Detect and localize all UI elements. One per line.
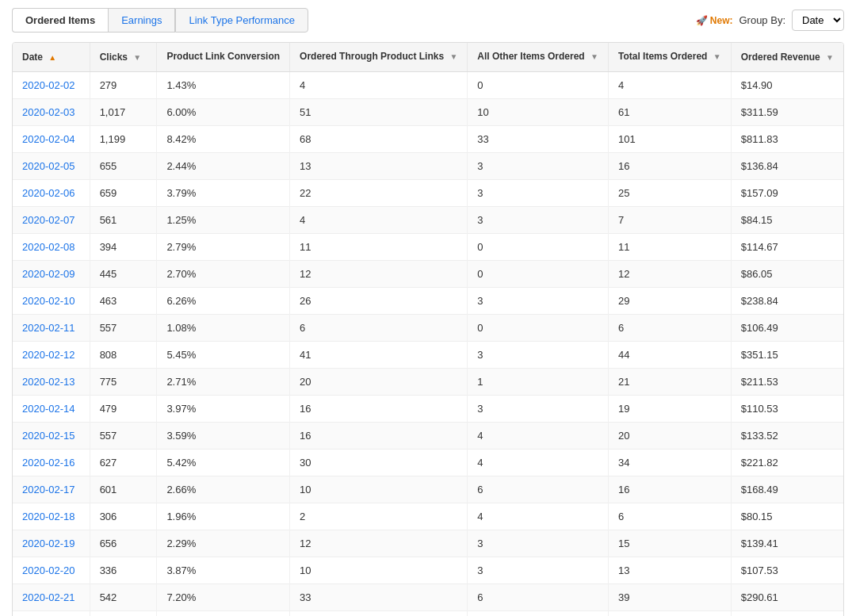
cell-conversion: 6.00% (157, 98, 290, 125)
col-header-ordered-through[interactable]: Ordered Through Product Links ▼ (290, 43, 468, 71)
cell-total: 16 (608, 476, 731, 503)
table-row: 2020-02-12 808 5.45% 41 3 44 $351.15 (13, 341, 843, 368)
date-link[interactable]: 2020-02-17 (22, 484, 75, 495)
date-link[interactable]: 2020-02-05 (22, 160, 75, 172)
cell-all-other: 5 (468, 610, 609, 616)
col-header-date[interactable]: Date ▲ (13, 43, 90, 71)
cell-conversion: 5.42% (157, 449, 290, 476)
date-link[interactable]: 2020-02-19 (22, 538, 75, 549)
cell-ordered-through: 30 (290, 610, 468, 616)
table-row: 2020-02-17 601 2.66% 10 6 16 $168.49 (13, 476, 843, 503)
cell-clicks: 557 (90, 314, 157, 341)
table-row: 2020-02-21 542 7.20% 33 6 39 $290.61 (13, 583, 843, 610)
col-header-revenue[interactable]: Ordered Revenue ▼ (731, 43, 843, 71)
table-row: 2020-02-08 394 2.79% 11 0 11 $114.67 (13, 233, 843, 260)
cell-conversion: 8.52% (157, 610, 290, 616)
cell-all-other: 3 (468, 395, 609, 422)
sort-icon-total: ▼ (713, 52, 721, 61)
col-header-all-other[interactable]: All Other Items Ordered ▼ (468, 43, 609, 71)
col-header-clicks[interactable]: Clicks ▼ (90, 43, 157, 71)
group-by-label: Group By: (739, 14, 785, 26)
cell-total: 61 (608, 98, 731, 125)
cell-ordered-through: 4 (290, 206, 468, 233)
date-link[interactable]: 2020-02-18 (22, 511, 75, 522)
cell-all-other: 10 (468, 98, 609, 125)
cell-clicks: 1,199 (90, 125, 157, 152)
cell-ordered-through: 10 (290, 557, 468, 583)
cell-revenue: $811.83 (731, 125, 843, 152)
cell-ordered-through: 13 (290, 152, 468, 179)
tabs-left: Ordered Items Earnings Link Type Perform… (12, 8, 308, 33)
table-row: 2020-02-16 627 5.42% 30 4 34 $221.82 (13, 449, 843, 476)
date-link[interactable]: 2020-02-11 (22, 322, 75, 334)
cell-revenue: $86.05 (731, 260, 843, 287)
cell-total: 20 (608, 422, 731, 449)
date-link[interactable]: 2020-02-06 (22, 187, 75, 199)
cell-clicks: 479 (90, 395, 157, 422)
cell-ordered-through: 41 (290, 341, 468, 368)
cell-revenue: $114.67 (731, 233, 843, 260)
cell-all-other: 4 (468, 422, 609, 449)
cell-date: 2020-02-06 (13, 179, 90, 206)
tab-ordered-items[interactable]: Ordered Items (12, 8, 108, 33)
cell-clicks: 445 (90, 260, 157, 287)
cell-all-other: 3 (468, 557, 609, 583)
cell-total: 15 (608, 530, 731, 557)
cell-all-other: 3 (468, 530, 609, 557)
col-header-conversion[interactable]: Product Link Conversion (157, 43, 290, 71)
cell-clicks: 336 (90, 557, 157, 583)
cell-date: 2020-02-17 (13, 476, 90, 503)
date-link[interactable]: 2020-02-02 (22, 79, 75, 91)
table-row: 2020-02-15 557 3.59% 16 4 20 $133.52 (13, 422, 843, 449)
cell-conversion: 2.70% (157, 260, 290, 287)
cell-all-other: 0 (468, 260, 609, 287)
date-link[interactable]: 2020-02-12 (22, 349, 75, 361)
cell-total: 35 (608, 610, 731, 616)
date-link[interactable]: 2020-02-09 (22, 268, 75, 280)
date-link[interactable]: 2020-02-03 (22, 106, 75, 118)
cell-conversion: 2.79% (157, 233, 290, 260)
date-select[interactable]: Date (792, 10, 844, 31)
cell-all-other: 4 (468, 503, 609, 530)
cell-revenue: $214.19 (731, 610, 843, 616)
cell-clicks: 279 (90, 71, 157, 98)
cell-total: 34 (608, 449, 731, 476)
table-row: 2020-02-19 656 2.29% 12 3 15 $139.41 (13, 530, 843, 557)
date-link[interactable]: 2020-02-04 (22, 133, 75, 145)
tab-link-type-performance[interactable]: Link Type Performance (175, 8, 308, 33)
date-link[interactable]: 2020-02-21 (22, 591, 75, 603)
cell-conversion: 7.20% (157, 583, 290, 610)
tab-earnings[interactable]: Earnings (108, 8, 175, 33)
date-link[interactable]: 2020-02-14 (22, 403, 75, 415)
date-link[interactable]: 2020-02-10 (22, 295, 75, 307)
cell-date: 2020-02-05 (13, 152, 90, 179)
cell-revenue: $107.53 (731, 557, 843, 583)
cell-date: 2020-02-19 (13, 530, 90, 557)
table-row: 2020-02-04 1,199 8.42% 68 33 101 $811.83 (13, 125, 843, 152)
cell-ordered-through: 22 (290, 179, 468, 206)
cell-all-other: 0 (468, 314, 609, 341)
cell-ordered-through: 68 (290, 125, 468, 152)
cell-conversion: 3.87% (157, 557, 290, 583)
cell-revenue: $168.49 (731, 476, 843, 503)
cell-total: 29 (608, 287, 731, 314)
cell-date: 2020-02-04 (13, 125, 90, 152)
date-link[interactable]: 2020-02-16 (22, 457, 75, 469)
date-link[interactable]: 2020-02-08 (22, 241, 75, 253)
cell-clicks: 561 (90, 206, 157, 233)
cell-ordered-through: 20 (290, 368, 468, 395)
date-link[interactable]: 2020-02-13 (22, 376, 75, 388)
cell-revenue: $106.49 (731, 314, 843, 341)
cell-date: 2020-02-07 (13, 206, 90, 233)
cell-clicks: 557 (90, 422, 157, 449)
cell-ordered-through: 16 (290, 422, 468, 449)
date-link[interactable]: 2020-02-20 (22, 564, 75, 576)
date-link[interactable]: 2020-02-15 (22, 430, 75, 442)
cell-conversion: 5.45% (157, 341, 290, 368)
cell-ordered-through: 33 (290, 583, 468, 610)
cell-ordered-through: 6 (290, 314, 468, 341)
col-header-total[interactable]: Total Items Ordered ▼ (608, 43, 731, 71)
cell-conversion: 2.66% (157, 476, 290, 503)
table-body: 2020-02-02 279 1.43% 4 0 4 $14.90 2020-0… (13, 71, 843, 616)
date-link[interactable]: 2020-02-07 (22, 214, 75, 226)
